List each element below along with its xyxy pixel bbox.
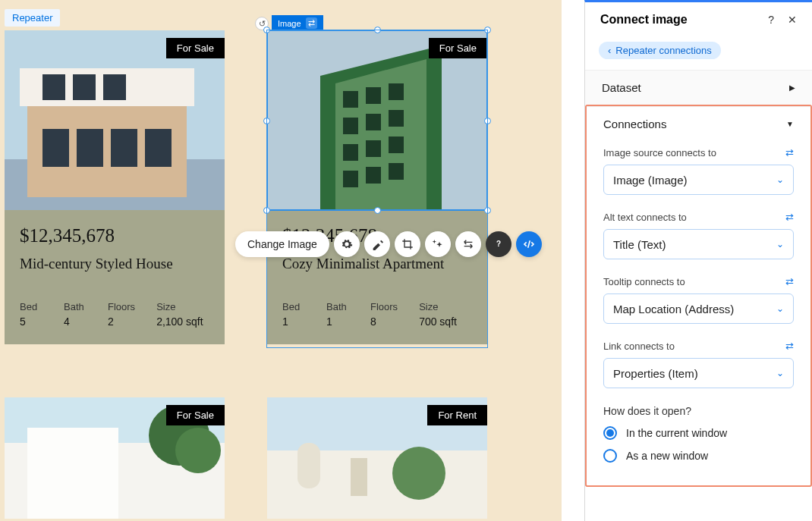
change-image-button[interactable]: Change Image [235, 231, 329, 257]
repeater-item[interactable]: For Sale $12,345,678 Mid-century Styled … [5, 30, 225, 344]
connect-data-icon[interactable] [516, 231, 542, 257]
property-image[interactable]: For Sale [5, 30, 225, 210]
spec-label: Bed [20, 301, 42, 312]
bind-icon[interactable]: ⇄ [785, 212, 794, 223]
open-new-window-option[interactable]: As a new window [603, 449, 794, 463]
resize-handle[interactable] [484, 207, 491, 214]
spec-label: Size [419, 301, 457, 312]
chevron-down-icon: ⌄ [776, 239, 784, 250]
connections-highlight: Connections ▼ Image source connects to ⇄… [585, 105, 812, 487]
svg-rect-34 [351, 458, 367, 496]
spec-value: 700 sqft [419, 315, 457, 328]
status-badge: For Sale [166, 38, 225, 58]
radio-label: In the current window [626, 427, 727, 439]
panel-title: Connect image [600, 13, 688, 27]
svg-rect-9 [73, 74, 96, 100]
connect-image-panel: Connect image ? ✕ ‹ Repeater connections… [584, 0, 812, 521]
spec-label: Size [156, 301, 203, 312]
spec-value: 5 [20, 315, 42, 328]
svg-point-35 [392, 447, 445, 500]
panel-header: Connect image ? ✕ [585, 2, 812, 37]
bind-icon[interactable]: ⇄ [785, 341, 794, 352]
svg-rect-33 [297, 443, 320, 488]
svg-rect-14 [343, 91, 358, 108]
connections-section[interactable]: Connections ▼ [587, 106, 810, 141]
image-source-select[interactable]: Image (Image) ⌄ [603, 165, 794, 195]
image-selection-tag[interactable]: Image ⇄ [272, 15, 323, 31]
spec-value: 2 [108, 315, 135, 328]
breadcrumb-repeater-connections[interactable]: ‹ Repeater connections [599, 42, 721, 59]
alt-text-select[interactable]: Title (Text) ⌄ [603, 229, 794, 259]
svg-rect-5 [77, 129, 103, 167]
svg-rect-21 [366, 140, 381, 157]
repeater-item[interactable]: For Rent [267, 397, 487, 519]
radio-label: As a new window [626, 450, 708, 462]
chevron-left-icon: ‹ [608, 45, 611, 56]
chevron-right-icon: ▶ [789, 83, 795, 92]
svg-rect-28 [27, 428, 118, 519]
svg-marker-13 [335, 59, 426, 210]
chevron-down-icon: ⌄ [776, 368, 784, 378]
svg-rect-15 [366, 87, 381, 104]
spec-value: 1 [326, 315, 349, 328]
help-icon[interactable]: ? [768, 14, 774, 26]
repeater-item[interactable]: ↺ Image ⇄ [267, 30, 487, 344]
svg-rect-8 [42, 74, 65, 100]
breadcrumb-label: Repeater connections [615, 45, 711, 56]
resize-handle[interactable] [374, 207, 381, 214]
tooltip-field: Tooltip connects to ⇄ Map Location (Addr… [603, 276, 794, 324]
resize-handle[interactable] [263, 207, 270, 214]
spec-label: Floors [370, 301, 398, 312]
tooltip-select[interactable]: Map Location (Address) ⌄ [603, 293, 794, 324]
svg-rect-6 [111, 129, 137, 167]
field-label: Tooltip connects to [603, 276, 685, 287]
property-specs: Bed1 Bath1 Floors8 Size700 sqft [282, 301, 472, 328]
spec-label: Bath [64, 301, 87, 312]
open-behavior-label: How does it open? [603, 405, 794, 417]
svg-point-30 [175, 428, 221, 473]
magic-icon[interactable] [425, 231, 451, 257]
chevron-down-icon: ▼ [786, 120, 794, 128]
svg-rect-17 [343, 118, 358, 134]
resize-handle[interactable] [263, 118, 270, 124]
property-title: Mid-century Styled House [20, 256, 209, 272]
svg-text:?: ? [496, 240, 501, 248]
bind-icon[interactable]: ⇄ [785, 276, 794, 287]
chevron-down-icon: ⌄ [776, 303, 784, 314]
stretch-icon[interactable] [455, 231, 481, 257]
repeater-item[interactable]: For Sale [5, 397, 225, 519]
radio-icon [603, 426, 617, 440]
bind-icon[interactable]: ⇄ [785, 147, 794, 158]
property-price: $12,345,678 [20, 225, 209, 246]
property-image[interactable]: For Sale [5, 397, 225, 519]
select-value: Title (Text) [613, 238, 666, 251]
property-image[interactable]: For Rent [267, 397, 487, 519]
svg-rect-7 [145, 129, 172, 167]
spec-value: 8 [370, 315, 398, 328]
dataset-section[interactable]: Dataset ▶ [585, 70, 812, 105]
canvas-scrollbar[interactable] [569, 0, 575, 521]
canvas-scroll-area[interactable]: Repeater [0, 0, 562, 521]
svg-rect-25 [389, 163, 404, 180]
repeater-selection-tag[interactable]: Repeater [5, 9, 60, 27]
svg-rect-22 [389, 137, 404, 153]
design-icon[interactable] [364, 231, 390, 257]
close-icon[interactable]: ✕ [788, 14, 797, 26]
resize-handle[interactable] [484, 27, 491, 33]
help-icon[interactable]: ? [486, 231, 511, 257]
property-specs: Bed5 Bath4 Floors2 Size2,100 sqft [20, 301, 209, 328]
svg-rect-4 [42, 129, 69, 167]
resize-handle[interactable] [263, 27, 270, 33]
repeater-grid: For Sale $12,345,678 Mid-century Styled … [5, 30, 562, 519]
crop-icon[interactable] [395, 231, 420, 257]
settings-icon[interactable] [334, 231, 360, 257]
property-image-selected[interactable]: For Sale [267, 30, 487, 210]
open-behavior-group: How does it open? In the current window … [603, 405, 794, 472]
radio-icon [603, 449, 617, 463]
link-select[interactable]: Properties (Item) ⌄ [603, 358, 794, 388]
connect-chip-icon: ⇄ [306, 17, 317, 29]
resize-handle[interactable] [484, 118, 491, 124]
open-current-window-option[interactable]: In the current window [603, 426, 794, 440]
connections-body: Image source connects to ⇄ Image (Image)… [587, 141, 810, 485]
resize-handle[interactable] [374, 27, 381, 33]
